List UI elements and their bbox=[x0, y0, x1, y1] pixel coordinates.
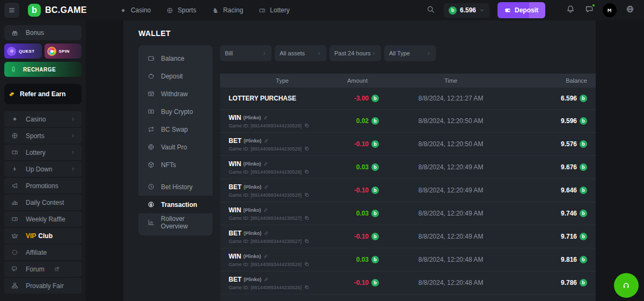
avatar-mark-icon bbox=[606, 6, 613, 13]
logo-text: BC.GAME bbox=[45, 5, 87, 15]
deposit-button[interactable]: Deposit bbox=[497, 2, 545, 18]
type-line: BET(Plinko) bbox=[229, 276, 269, 283]
support-button[interactable] bbox=[614, 273, 639, 298]
notifications-button[interactable] bbox=[565, 5, 576, 16]
amount-cell: -3.00b bbox=[336, 95, 379, 102]
avatar[interactable] bbox=[603, 3, 617, 17]
table-row: BET(Plinko)Game ID: [891440893444230527]… bbox=[220, 225, 596, 248]
wallet-nav-label: Balance bbox=[161, 55, 184, 62]
top-nav-casino[interactable]: Casino bbox=[119, 6, 151, 14]
amount-cell: -0.10b bbox=[336, 233, 379, 240]
filter-all-assets[interactable]: All assets bbox=[275, 45, 326, 61]
transaction-type: WIN bbox=[229, 253, 241, 260]
sidebar-item-affiliate[interactable]: Affiliate bbox=[4, 245, 82, 260]
content-body: BalanceDepositWithdrawBuy CryptoBC SwapV… bbox=[138, 45, 596, 301]
filter-all-type[interactable]: All Type bbox=[384, 45, 436, 61]
sidebar-item-daily-contest[interactable]: Daily Contest bbox=[4, 195, 82, 210]
sidebar-item-forum[interactable]: Forum bbox=[4, 261, 82, 277]
table-row: BET(Plinko)Game ID: [891440893444230526]… bbox=[220, 271, 596, 294]
copy-icon[interactable] bbox=[304, 216, 309, 220]
vip-icon bbox=[10, 232, 19, 239]
racing-icon: ♞ bbox=[211, 7, 219, 14]
search-button[interactable] bbox=[426, 5, 436, 15]
type-line: BET(Plinko) bbox=[229, 230, 269, 237]
type-cell: BET(Plinko)Game ID: [891440893444230526] bbox=[229, 276, 336, 290]
filter-past-24-hours[interactable]: Past 24 hours bbox=[330, 45, 381, 61]
game-id: Game ID: [891440893444230527] bbox=[229, 216, 302, 221]
time-cell: 8/8/2024, 12:20:49 AM bbox=[379, 210, 523, 217]
type-cell: WIN(Plinko)Game ID: [891440893444230526] bbox=[229, 253, 336, 267]
logo-icon: b bbox=[28, 4, 41, 17]
top-nav-lottery[interactable]: Lottery bbox=[258, 6, 290, 14]
sports-icon bbox=[10, 132, 19, 139]
sidebar-item-label: Forum bbox=[26, 266, 45, 273]
wallet-nav-rollover-overview[interactable]: Rollover Overview bbox=[138, 213, 213, 231]
copy-icon[interactable] bbox=[304, 192, 309, 197]
recharge-button[interactable]: RECHARGE bbox=[4, 62, 82, 77]
sidebar-item-casino[interactable]: Casino bbox=[4, 111, 82, 127]
copy-icon[interactable] bbox=[304, 123, 309, 128]
amount-value: 0.02 bbox=[356, 117, 369, 125]
amount-cell: -0.10b bbox=[336, 187, 379, 194]
bet-history-icon bbox=[147, 183, 155, 190]
wallet-nav-deposit[interactable]: Deposit bbox=[138, 67, 213, 85]
sidebar-item-sports[interactable]: Sports bbox=[4, 128, 82, 144]
sidebar-item-provably-fair[interactable]: Provably Fair bbox=[4, 278, 82, 293]
wallet-nav-label: Vault Pro bbox=[161, 144, 187, 151]
affiliate-icon bbox=[10, 249, 19, 256]
logo[interactable]: b BC.GAME bbox=[28, 4, 87, 17]
copy-icon[interactable] bbox=[304, 262, 309, 267]
spin-button[interactable]: SPIN bbox=[45, 44, 82, 59]
refer-and-earn-button[interactable]: Refer and Earn bbox=[4, 84, 82, 104]
transaction-panel: BillAll assetsPast 24 hoursAll Type Type… bbox=[220, 45, 596, 301]
link-icon bbox=[264, 276, 269, 283]
wallet-nav-bet-history[interactable]: Bet History bbox=[138, 178, 213, 196]
wallet-nav-withdraw[interactable]: Withdraw bbox=[138, 85, 213, 103]
game-id: Game ID: [891440893444230528] bbox=[229, 169, 302, 175]
balance-cell: 9.676b bbox=[523, 163, 587, 171]
copy-icon[interactable] bbox=[304, 285, 309, 290]
time-cell: 8/8/2024, 12:20:49 AM bbox=[379, 163, 523, 171]
sidebar-item-promotions[interactable]: Promotions bbox=[4, 178, 82, 194]
chevron-down-icon bbox=[479, 7, 485, 13]
sidebar-item-lottery[interactable]: Lottery bbox=[4, 145, 82, 160]
link-icon bbox=[264, 184, 269, 190]
balance-cell: 9.596b bbox=[523, 117, 587, 125]
top-nav-label: Sports bbox=[178, 6, 196, 14]
top-nav-sports[interactable]: Sports bbox=[166, 6, 196, 14]
game-name: (Plinko) bbox=[243, 115, 261, 120]
menu-button[interactable] bbox=[4, 3, 19, 18]
topbar: b BC.GAME CasinoSports♞RacingLottery b 6… bbox=[0, 0, 644, 20]
sidebar-item-up-down[interactable]: Up Down bbox=[4, 161, 82, 177]
balance-selector[interactable]: b 6.596 bbox=[444, 3, 489, 18]
copy-icon[interactable] bbox=[304, 239, 309, 243]
wallet-nav-transaction[interactable]: Transaction bbox=[138, 196, 213, 213]
copy-icon[interactable] bbox=[304, 169, 309, 174]
chat-button[interactable] bbox=[584, 5, 595, 16]
sidebar-item-weekly-raffle[interactable]: Weekly Raffle bbox=[4, 211, 82, 227]
wallet-nav-label: Bet History bbox=[161, 183, 193, 191]
game-id-line: Game ID: [891440893444230526] bbox=[229, 285, 309, 290]
bell-icon bbox=[566, 5, 575, 13]
top-nav-racing[interactable]: ♞Racing bbox=[211, 6, 243, 14]
balance-cell: 9.576b bbox=[523, 140, 587, 148]
game-name: (Plinko) bbox=[244, 138, 261, 144]
wallet-nav-nfts[interactable]: NFTs bbox=[138, 156, 213, 174]
game-id: Game ID: [891440893444230527] bbox=[229, 239, 302, 244]
quest-button[interactable]: QUEST bbox=[4, 44, 42, 59]
wallet-nav-label: Buy Crypto bbox=[161, 108, 193, 116]
copy-icon[interactable] bbox=[304, 146, 309, 151]
language-button[interactable] bbox=[625, 5, 635, 16]
chevron-right-icon bbox=[262, 51, 267, 56]
bonus-button[interactable]: Bonus bbox=[4, 25, 82, 40]
filter-bill[interactable]: Bill bbox=[220, 45, 272, 61]
column-header-type: Type bbox=[229, 77, 336, 84]
sidebar-item-vip-club[interactable]: VIPClub bbox=[4, 228, 82, 243]
wallet-nav-label: Rollover Overview bbox=[161, 215, 213, 230]
table-row: WIN(Plinko)Game ID: [891440893444230528]… bbox=[220, 155, 596, 178]
wallet-nav-bc-swap[interactable]: BC Swap bbox=[138, 120, 213, 138]
wallet-nav-balance[interactable]: Balance bbox=[138, 49, 213, 67]
wallet-nav-buy-crypto[interactable]: Buy Crypto bbox=[138, 103, 213, 120]
wallet-nav-vault-pro[interactable]: Vault Pro bbox=[138, 138, 213, 156]
coin-icon: b bbox=[580, 95, 587, 102]
